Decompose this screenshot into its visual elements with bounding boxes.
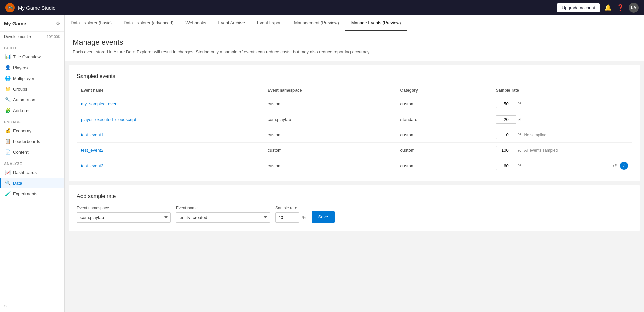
sidebar-item-groups[interactable]: 📁 Groups bbox=[0, 84, 64, 94]
th-event-name[interactable]: Event name ↑ bbox=[77, 85, 264, 96]
event-name-link[interactable]: test_event1 bbox=[81, 132, 103, 137]
help-icon[interactable]: ❓ bbox=[616, 4, 624, 11]
add-sample-rate-card: Add sample rate Event namespace com.play… bbox=[69, 185, 640, 231]
add-sample-form: Event namespace com.playfab custom Event… bbox=[77, 206, 632, 223]
event-name-link[interactable]: player_executed_cloudscript bbox=[81, 117, 136, 122]
event-name-link[interactable]: test_event2 bbox=[81, 148, 103, 153]
percent-label: % bbox=[518, 163, 522, 168]
category-cell: custom bbox=[396, 127, 492, 142]
content-icon: 📄 bbox=[5, 149, 10, 155]
sidebar-item-label: Automation bbox=[13, 97, 35, 102]
experiments-icon: 🧪 bbox=[5, 191, 10, 196]
studio-name: My Game Studio bbox=[18, 5, 56, 11]
game-name: My Game bbox=[4, 20, 26, 26]
actions-cell bbox=[609, 112, 632, 127]
tab-event-archive[interactable]: Event Archive bbox=[212, 15, 251, 31]
main-layout: My Game ⚙ Development ▾ 10/100K BUILD 📊 … bbox=[0, 15, 644, 312]
sidebar-item-multiplayer[interactable]: 🌐 Multiplayer bbox=[0, 73, 64, 84]
event-name-label: Event name bbox=[176, 206, 270, 210]
percent-label: % bbox=[518, 148, 522, 153]
rate-group: % bbox=[275, 212, 306, 223]
gear-icon[interactable]: ⚙ bbox=[56, 20, 60, 27]
sidebar-item-label: Dashboards bbox=[13, 170, 37, 175]
sidebar-item-automation[interactable]: 🔧 Automation bbox=[0, 94, 64, 105]
sidebar-item-add-ons[interactable]: 🧩 Add-ons bbox=[0, 105, 64, 116]
sidebar-item-title-overview[interactable]: 📊 Title Overview bbox=[0, 51, 64, 62]
sidebar-item-content[interactable]: 📄 Content bbox=[0, 147, 64, 158]
actions-cell bbox=[609, 96, 632, 112]
build-section-label: BUILD bbox=[0, 42, 64, 51]
reset-icon[interactable]: ↺ bbox=[613, 163, 617, 169]
percent-label: % bbox=[518, 117, 522, 122]
sample-rate-form-group: Sample rate % bbox=[275, 206, 306, 223]
app-logo: 🎮 bbox=[5, 3, 15, 12]
multiplayer-icon: 🌐 bbox=[5, 76, 10, 81]
tab-manage-events-preview[interactable]: Manage Events (Preview) bbox=[345, 15, 407, 31]
sort-icon: ↑ bbox=[106, 88, 108, 92]
sidebar-item-dashboards[interactable]: 📈 Dashboards bbox=[0, 167, 64, 178]
events-table: Event name ↑ Event namespace Category Sa… bbox=[77, 85, 632, 173]
rate-input[interactable] bbox=[496, 162, 516, 170]
sidebar-item-leaderboards[interactable]: 📋 Leaderboards bbox=[0, 136, 64, 147]
sidebar-item-experiments[interactable]: 🧪 Experiments bbox=[0, 188, 64, 199]
sidebar-item-label: Data bbox=[13, 181, 22, 186]
table-row: my_sampled_eventcustomcustom% bbox=[77, 96, 632, 112]
notification-icon[interactable]: 🔔 bbox=[604, 4, 612, 11]
rate-input[interactable] bbox=[496, 146, 516, 154]
tab-bar: Data Explorer (basic) Data Explorer (adv… bbox=[65, 15, 644, 31]
page-title: Manage events bbox=[73, 38, 636, 47]
status-label: All events sampled bbox=[524, 148, 558, 153]
environment-selector[interactable]: Development ▾ 10/100K bbox=[0, 32, 64, 42]
th-actions bbox=[609, 85, 632, 96]
tab-data-explorer-basic[interactable]: Data Explorer (basic) bbox=[65, 15, 118, 31]
data-icon: 🔍 bbox=[5, 180, 10, 186]
event-name-form-group: Event name entity_created player_logged_… bbox=[176, 206, 270, 223]
event-name-link[interactable]: test_event3 bbox=[81, 163, 103, 168]
rate-input[interactable] bbox=[496, 100, 516, 108]
tab-data-explorer-advanced[interactable]: Data Explorer (advanced) bbox=[118, 15, 179, 31]
upgrade-button[interactable]: Upgrade account bbox=[557, 3, 600, 12]
sidebar-item-label: Groups bbox=[13, 87, 28, 92]
sidebar-item-data[interactable]: 🔍 Data bbox=[0, 178, 64, 188]
table-row: test_event3customcustom%↺✓ bbox=[77, 158, 632, 173]
namespace-select[interactable]: com.playfab custom bbox=[77, 212, 171, 223]
action-icons: ↺✓ bbox=[613, 162, 628, 170]
save-button[interactable]: Save bbox=[312, 211, 335, 223]
tab-management-preview[interactable]: Management (Preview) bbox=[288, 15, 345, 31]
tab-event-export[interactable]: Event Export bbox=[251, 15, 288, 31]
players-icon: 👤 bbox=[5, 65, 10, 70]
sidebar-item-label: Content bbox=[13, 150, 29, 155]
confirm-icon[interactable]: ✓ bbox=[620, 162, 628, 170]
avatar[interactable]: LA bbox=[629, 3, 639, 13]
sidebar-item-label: Add-ons bbox=[13, 108, 29, 113]
sidebar-item-players[interactable]: 👤 Players bbox=[0, 62, 64, 73]
sample-rate-label: Sample rate bbox=[275, 206, 306, 210]
sample-rate-input[interactable] bbox=[275, 212, 299, 223]
rate-input[interactable] bbox=[496, 131, 516, 139]
analyze-section-label: ANALYZE bbox=[0, 158, 64, 167]
env-badge[interactable]: Development ▾ bbox=[4, 34, 31, 39]
sidebar: My Game ⚙ Development ▾ 10/100K BUILD 📊 … bbox=[0, 15, 65, 312]
sidebar-item-economy[interactable]: 💰 Economy bbox=[0, 125, 64, 136]
th-sample-rate: Sample rate bbox=[492, 85, 609, 96]
rate-input[interactable] bbox=[496, 115, 516, 124]
category-cell: standard bbox=[396, 112, 492, 127]
page-header: Manage events Each event stored in Azure… bbox=[65, 31, 644, 61]
leaderboards-icon: 📋 bbox=[5, 139, 10, 144]
topbar-right: Upgrade account 🔔 ❓ LA bbox=[557, 3, 639, 13]
namespace-label: Event namespace bbox=[77, 206, 171, 210]
status-label: No sampling bbox=[524, 133, 546, 137]
actions-cell bbox=[609, 142, 632, 158]
tab-webhooks[interactable]: Webhooks bbox=[179, 15, 212, 31]
event-namespace-cell: custom bbox=[264, 142, 396, 158]
actions-cell: ↺✓ bbox=[609, 158, 632, 173]
collapse-sidebar-button[interactable]: « bbox=[0, 299, 64, 312]
percent-label: % bbox=[302, 215, 306, 220]
event-name-select[interactable]: entity_created player_logged_in my_sampl… bbox=[176, 212, 270, 223]
event-name-link[interactable]: my_sampled_event bbox=[81, 101, 119, 106]
page-content: Manage events Each event stored in Azure… bbox=[65, 31, 644, 312]
topbar: 🎮 My Game Studio Upgrade account 🔔 ❓ LA bbox=[0, 0, 644, 15]
namespace-form-group: Event namespace com.playfab custom bbox=[77, 206, 171, 223]
table-row: player_executed_cloudscriptcom.playfabst… bbox=[77, 112, 632, 127]
chevron-down-icon: ▾ bbox=[29, 34, 31, 39]
